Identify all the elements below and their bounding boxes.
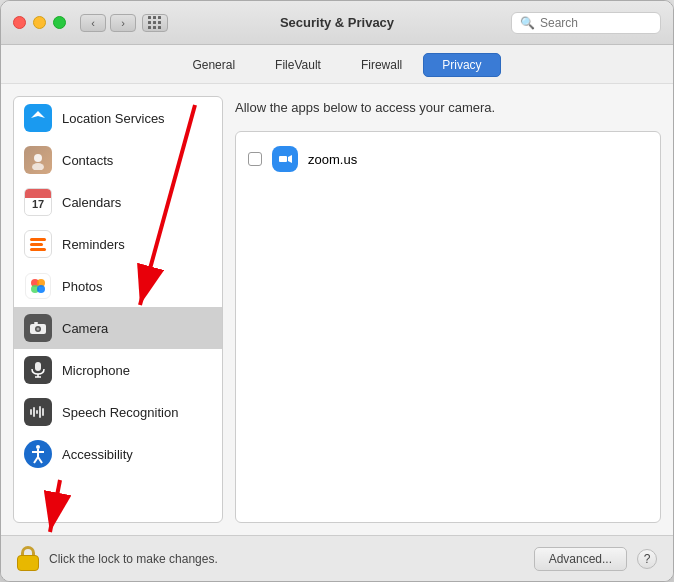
sidebar-item-photos[interactable]: Photos — [14, 265, 222, 307]
svg-rect-15 — [33, 407, 35, 417]
camera-icon — [24, 314, 52, 342]
apps-list: zoom.us — [235, 131, 661, 523]
advanced-button[interactable]: Advanced... — [534, 547, 627, 571]
microphone-icon — [24, 356, 52, 384]
svg-rect-25 — [279, 156, 287, 162]
sidebar-item-location-services[interactable]: Location Services — [14, 97, 222, 139]
svg-point-6 — [37, 285, 45, 293]
panel-description: Allow the apps below to access your came… — [235, 96, 661, 123]
app-item-zoom: zoom.us — [244, 140, 652, 178]
main-content: Location Services Contacts 17 — [1, 84, 673, 535]
zoom-checkbox[interactable] — [248, 152, 262, 166]
sidebar-label-contacts: Contacts — [62, 153, 113, 168]
contacts-icon — [24, 146, 52, 174]
bottom-bar: Click the lock to make changes. Advanced… — [1, 535, 673, 581]
sidebar-item-reminders[interactable]: Reminders — [14, 223, 222, 265]
close-button[interactable] — [13, 16, 26, 29]
sidebar-label-calendars: Calendars — [62, 195, 121, 210]
svg-point-19 — [36, 445, 40, 449]
window-title: Security & Privacy — [280, 15, 394, 30]
location-services-icon — [24, 104, 52, 132]
maximize-button[interactable] — [53, 16, 66, 29]
tab-general[interactable]: General — [173, 53, 254, 77]
sidebar-label-microphone: Microphone — [62, 363, 130, 378]
help-button[interactable]: ? — [637, 549, 657, 569]
minimize-button[interactable] — [33, 16, 46, 29]
sidebar-item-accessibility[interactable]: Accessibility — [14, 433, 222, 475]
titlebar: ‹ › Security & Privacy 🔍 — [1, 1, 673, 45]
tab-firewall[interactable]: Firewall — [342, 53, 421, 77]
lock-text: Click the lock to make changes. — [49, 552, 524, 566]
sidebar-label-camera: Camera — [62, 321, 108, 336]
accessibility-icon — [24, 440, 52, 468]
back-button[interactable]: ‹ — [80, 14, 106, 32]
calendars-icon: 17 — [24, 188, 52, 216]
grid-icon — [148, 16, 162, 30]
search-box[interactable]: 🔍 — [511, 12, 661, 34]
sidebar: Location Services Contacts 17 — [13, 96, 223, 523]
sidebar-label-reminders: Reminders — [62, 237, 125, 252]
grid-button[interactable] — [142, 14, 168, 32]
search-input[interactable] — [540, 16, 652, 30]
sidebar-label-speech-recognition: Speech Recognition — [62, 405, 178, 420]
search-icon: 🔍 — [520, 16, 535, 30]
sidebar-label-accessibility: Accessibility — [62, 447, 133, 462]
photos-icon — [24, 272, 52, 300]
svg-point-1 — [34, 154, 42, 162]
nav-buttons: ‹ › — [80, 14, 136, 32]
svg-marker-0 — [31, 111, 45, 118]
reminders-icon — [24, 230, 52, 258]
svg-rect-10 — [34, 322, 38, 324]
sidebar-label-location-services: Location Services — [62, 111, 165, 126]
svg-point-9 — [37, 328, 40, 331]
zoom-app-name: zoom.us — [308, 152, 357, 167]
sidebar-item-contacts[interactable]: Contacts — [14, 139, 222, 181]
zoom-icon — [272, 146, 298, 172]
speech-recognition-icon — [24, 398, 52, 426]
tab-privacy[interactable]: Privacy — [423, 53, 500, 77]
sidebar-item-calendars[interactable]: 17 Calendars — [14, 181, 222, 223]
lock-button[interactable] — [17, 546, 39, 571]
main-window: ‹ › Security & Privacy 🔍 General FileVau… — [0, 0, 674, 582]
svg-rect-18 — [42, 408, 44, 416]
window-wrapper: ‹ › Security & Privacy 🔍 General FileVau… — [0, 0, 674, 582]
tabs-bar: General FileVault Firewall Privacy — [1, 45, 673, 84]
tab-filevault[interactable]: FileVault — [256, 53, 340, 77]
forward-button[interactable]: › — [110, 14, 136, 32]
svg-rect-16 — [36, 410, 38, 414]
sidebar-label-photos: Photos — [62, 279, 102, 294]
svg-rect-14 — [30, 409, 32, 415]
sidebar-item-camera[interactable]: Camera — [14, 307, 222, 349]
sidebar-item-microphone[interactable]: Microphone — [14, 349, 222, 391]
svg-line-23 — [38, 457, 42, 463]
svg-rect-11 — [35, 362, 41, 371]
lock-base — [17, 555, 39, 571]
traffic-lights — [13, 16, 66, 29]
right-panel: Allow the apps below to access your came… — [235, 96, 661, 523]
svg-point-2 — [32, 163, 44, 170]
svg-rect-17 — [39, 406, 41, 418]
sidebar-item-speech-recognition[interactable]: Speech Recognition — [14, 391, 222, 433]
